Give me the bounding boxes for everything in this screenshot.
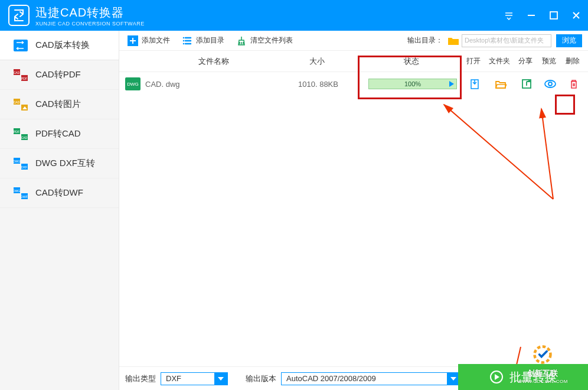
- sidebar-item-dwg-dxf[interactable]: DWGDXF DWG DXF互转: [0, 149, 119, 178]
- file-area: DWG CAD. dwg 1010. 88KB 100%: [119, 72, 588, 366]
- convert-btn-label: 批量转换: [509, 369, 557, 385]
- output-type-select[interactable]: DXF: [161, 372, 228, 385]
- add-file-label: 添加文件: [142, 35, 170, 46]
- status-header-label: 状态: [404, 57, 419, 66]
- open-file-button[interactable]: [463, 79, 486, 89]
- highlight-preview-box: [555, 95, 575, 115]
- svg-text:DWF: DWF: [21, 195, 27, 199]
- output-dir-input[interactable]: Desktop\素材包\新建文件夹: [462, 34, 551, 47]
- sidebar-item-cad-dwf[interactable]: DWGDWF CAD转DWF: [0, 178, 119, 208]
- cad-convert-icon: [13, 39, 28, 52]
- file-size: 1010. 88KB: [274, 80, 362, 89]
- preview-button[interactable]: [538, 79, 562, 89]
- output-version-label: 输出版本: [246, 373, 276, 384]
- column-header-name: 文件名称: [119, 56, 273, 67]
- dwg-file-icon: DWG: [125, 77, 141, 90]
- dwg-dxf-icon: DWGDXF: [13, 157, 28, 170]
- column-header-folder: 文件夹: [485, 56, 514, 66]
- sidebar-item-cad-img[interactable]: CAD CAD转图片: [0, 90, 119, 119]
- clear-list-button[interactable]: 清空文件列表: [231, 31, 298, 50]
- svg-text:DWG: DWG: [13, 189, 20, 193]
- sidebar-item-pdf-cad[interactable]: PDFCAD PDF转CAD: [0, 119, 119, 149]
- output-dir-label: 输出目录：: [407, 35, 443, 46]
- app-title: 迅捷CAD转换器: [35, 5, 503, 21]
- svg-point-25: [545, 80, 556, 87]
- table-header: 文件名称 大小 状态 打开 文件夹 分享 预览 删除: [119, 51, 588, 72]
- sidebar-item-label: CAD转PDF: [35, 69, 81, 80]
- progress-bar[interactable]: 100%: [368, 79, 457, 89]
- column-header-share: 分享: [514, 56, 537, 66]
- browse-button[interactable]: 浏览: [556, 34, 582, 47]
- table-row: DWG CAD. dwg 1010. 88KB 100%: [119, 72, 588, 96]
- svg-rect-1: [550, 12, 557, 19]
- sidebar-item-cad-version[interactable]: CAD版本转换: [0, 31, 119, 60]
- column-header-open: 打开: [462, 56, 485, 66]
- play-icon: [449, 81, 454, 87]
- svg-text:PDF: PDF: [21, 77, 27, 80]
- svg-point-26: [548, 82, 552, 86]
- folder-icon: [447, 36, 459, 46]
- file-name: CAD. dwg: [145, 80, 274, 89]
- menu-dropdown-icon[interactable]: [503, 9, 515, 21]
- delete-button[interactable]: [562, 79, 586, 89]
- sidebar-item-label: DWG DXF互转: [35, 158, 95, 169]
- column-header-size: 大小: [273, 56, 361, 67]
- cad-dwf-icon: DWGDWF: [13, 187, 28, 200]
- add-folder-button[interactable]: 添加目录: [177, 31, 229, 50]
- batch-convert-button[interactable]: 批量转换: [458, 364, 588, 390]
- svg-line-27: [444, 105, 553, 199]
- svg-text:DWG: DWG: [13, 160, 20, 163]
- plus-icon: [128, 35, 138, 46]
- sidebar-item-label: CAD转DWF: [35, 187, 83, 199]
- svg-line-28: [541, 109, 553, 199]
- play-circle-icon: [489, 370, 504, 384]
- sidebar-item-label: CAD版本转换: [35, 40, 90, 51]
- broom-icon: [236, 35, 247, 46]
- progress-text: 100%: [404, 80, 421, 87]
- output-type-value: DXF: [161, 374, 214, 383]
- sidebar-item-cad-pdf[interactable]: CADPDF CAD转PDF: [0, 60, 119, 90]
- titlebar: 迅捷CAD转换器 XUNJIE CAD CONVERSION SOFTWARE: [0, 0, 588, 31]
- column-header-status: 状态: [361, 56, 462, 67]
- add-file-button[interactable]: 添加文件: [123, 31, 175, 50]
- svg-text:CAD: CAD: [14, 100, 20, 104]
- svg-text:PDF: PDF: [14, 130, 19, 134]
- sidebar-item-label: CAD转图片: [35, 99, 81, 110]
- app-subtitle: XUNJIE CAD CONVERSION SOFTWARE: [35, 21, 503, 27]
- svg-text:CAD: CAD: [21, 136, 28, 139]
- svg-text:CAD: CAD: [14, 71, 20, 74]
- pdf-cad-icon: PDFCAD: [13, 128, 28, 141]
- toolbar: 添加文件 添加目录 清空文件列表 输出目录： Desktop\素材包\新建文件夹…: [119, 31, 588, 51]
- column-header-delete: 删除: [561, 56, 584, 66]
- clear-list-label: 清空文件列表: [250, 35, 293, 46]
- column-header-preview: 预览: [537, 56, 561, 66]
- svg-rect-2: [14, 40, 28, 51]
- output-version-value: AutoCAD 2007/2008/2009: [282, 374, 447, 383]
- cad-img-icon: CAD: [13, 98, 28, 111]
- annotation-arrows: [119, 72, 588, 366]
- svg-text:DXF: DXF: [21, 165, 27, 169]
- minimize-icon[interactable]: [525, 9, 537, 21]
- add-folder-label: 添加目录: [196, 35, 224, 46]
- output-type-label: 输出类型: [125, 373, 156, 384]
- sidebar-item-label: PDF转CAD: [35, 128, 81, 139]
- cad-pdf-icon: CADPDF: [13, 69, 28, 82]
- sidebar: CAD版本转换 CADPDF CAD转PDF CAD CAD转图片 PDFCAD…: [0, 31, 119, 390]
- list-icon: [182, 35, 192, 46]
- output-version-select[interactable]: AutoCAD 2007/2008/2009: [281, 372, 460, 385]
- chevron-down-icon: [214, 373, 227, 385]
- app-logo-icon: [8, 5, 30, 26]
- maximize-icon[interactable]: [548, 9, 560, 21]
- open-folder-button[interactable]: [486, 79, 515, 89]
- close-icon[interactable]: [570, 9, 582, 21]
- share-button[interactable]: [515, 79, 538, 89]
